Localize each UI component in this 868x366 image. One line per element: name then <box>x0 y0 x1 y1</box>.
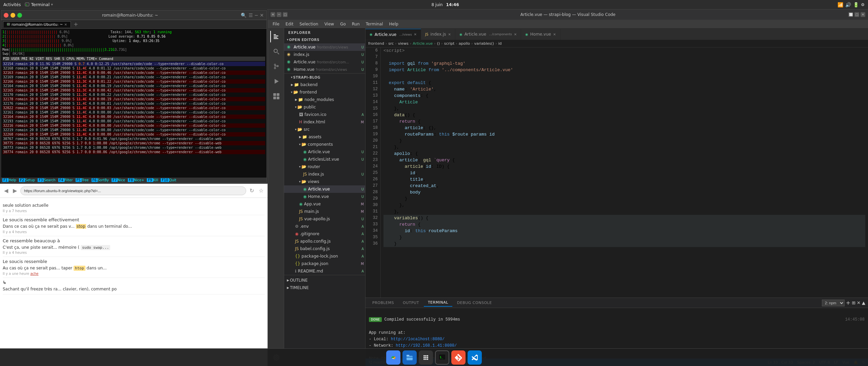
process-row[interactable]: 32176 romain 20 0 154M 154M 29000 S 11.4… <box>2 101 265 106</box>
process-row[interactable]: 32165 romain 20 0 154M 154M 29000 S 11.3… <box>2 88 265 93</box>
tab-close-3[interactable]: ✕ <box>514 33 517 36</box>
open-editor-homevue[interactable]: ◉ Home.vue frontend/src/views U <box>284 66 365 73</box>
f6-key[interactable]: F6SortBy <box>92 178 109 182</box>
bc-id[interactable]: id <box>498 41 502 46</box>
network-url[interactable]: http://192.168.1.41:8080/ <box>396 343 457 348</box>
process-row[interactable]: 32022 romain 20 0 154M 154M 29000 S 11.4… <box>2 106 265 110</box>
f1-key[interactable]: F1Help <box>2 178 16 182</box>
tree-package-lock[interactable]: {} package-lock.json A <box>284 252 365 260</box>
add-tab-btn[interactable]: + <box>74 21 78 27</box>
process-row[interactable]: 32168 romain 20 0 154M 154M 29000 S 11.4… <box>2 66 265 70</box>
tab-terminal[interactable]: TERMINAL <box>424 299 452 307</box>
tree-babel-config[interactable]: JS babel.config.js A <box>284 245 365 252</box>
open-editor-article-comp[interactable]: ◉ Article.vue frontend/src/com... U <box>284 58 365 66</box>
vscode-ctrl-2[interactable]: □ <box>854 12 859 17</box>
tab-output[interactable]: OUTPUT <box>399 299 423 306</box>
tree-readme[interactable]: ℹ README.md A <box>284 267 365 275</box>
process-row-first[interactable]: 32154 romain 20 0 11.9G 154M 29000 S 0.7… <box>2 62 265 66</box>
tab-close-icon[interactable]: ✕ <box>64 23 67 26</box>
tree-index-html[interactable]: H index.html M <box>284 118 365 126</box>
vscode-close-btn[interactable]: ✕ <box>271 12 275 17</box>
close-panel-btn[interactable]: ✕ <box>857 300 861 305</box>
bc-variables[interactable]: variables() <box>474 41 494 46</box>
tree-vue-apollo[interactable]: JS vue-apollo.js U <box>284 215 365 223</box>
tree-favicon[interactable]: 🖼 favicon.ico A <box>284 111 365 118</box>
process-row[interactable]: 30773 romain 20 0 86528 6976 9256 S 1.7 … <box>2 145 265 150</box>
f2-key[interactable]: F2Setup <box>19 178 35 182</box>
activities-btn[interactable]: Activités <box>3 2 21 7</box>
explorer-activity-icon[interactable] <box>270 31 282 42</box>
maximize-panel-btn[interactable]: ▲ <box>862 300 865 305</box>
tree-backend[interactable]: ▶ 📁 backend <box>284 81 365 88</box>
f5-key[interactable]: F5Tree <box>76 178 89 182</box>
process-row[interactable]: 32193 romain 20 0 154M 154M 29000 S 11.4… <box>2 119 265 123</box>
process-row[interactable]: 32268 romain 20 0 154M 154M 29000 S 11.4… <box>2 132 265 137</box>
search-activity-icon[interactable] <box>270 46 282 57</box>
debug-activity-icon[interactable] <box>270 76 282 87</box>
git-activity-icon[interactable] <box>270 61 282 72</box>
strapi-blog-header[interactable]: ▾ STRAPI-BLOG <box>284 74 365 81</box>
tree-apollo-config[interactable]: JS apollo.config.js A <box>284 238 365 245</box>
process-row[interactable]: 32164 romain 20 0 154M 154M 29000 S 11.4… <box>2 84 265 88</box>
tree-components[interactable]: ▾ 📂 components <box>284 141 365 148</box>
tree-gitignore[interactable]: ◉ .gitignore A <box>284 230 365 238</box>
tab-index-js[interactable]: JS index.js ✕ <box>421 29 455 40</box>
terminal-icon[interactable]: $_ <box>435 350 449 365</box>
process-row[interactable]: 32219 romain 20 0 154M 154M 29000 S 11.4… <box>2 128 265 132</box>
tree-router-index[interactable]: JS index.js U <box>284 170 365 178</box>
menu-help[interactable]: Help <box>387 21 401 27</box>
tree-router[interactable]: ▾ 📂 router <box>284 163 365 170</box>
local-url[interactable]: http://localhost:8080/ <box>391 337 445 342</box>
f9-key[interactable]: F9Kill <box>147 178 158 182</box>
win-max-btn[interactable] <box>17 13 22 18</box>
f7-key[interactable]: F7Nice <box>112 178 125 182</box>
tree-frontend[interactable]: ▾ 📂 frontend <box>284 88 365 96</box>
tab-problems[interactable]: PROBLEMS <box>368 299 398 306</box>
process-row[interactable]: 30775 romain 20 0 86528 6976 9256 S 1.7 … <box>2 141 265 145</box>
f4-key[interactable]: F4Filter <box>58 178 73 182</box>
tab-article-vue-views[interactable]: ◉ Article.vue …/views ✕ <box>366 29 421 40</box>
process-row[interactable]: 32164 romain 20 0 154M 154M 29000 S 11.4… <box>2 115 265 119</box>
bc-article-vue[interactable]: Article.vue <box>413 41 433 46</box>
process-row[interactable]: 32170 romain 20 0 154M 154M 29000 S 11.3… <box>2 93 265 97</box>
f3-key[interactable]: F3Search <box>38 178 55 182</box>
add-terminal-btn[interactable]: + <box>846 300 850 306</box>
back-btn[interactable]: ◀ <box>3 186 9 195</box>
bc-src[interactable]: src <box>388 41 394 46</box>
minus-icon[interactable]: ─ <box>255 13 258 18</box>
process-row[interactable]: 32216 romain 20 0 154M 154M 29000 S 11.4… <box>2 123 265 128</box>
tree-articleslist-vue[interactable]: ◉ ArticlesList.vue U <box>284 156 365 163</box>
menu-file[interactable]: File <box>270 21 282 27</box>
tab-close-4[interactable]: ✕ <box>553 33 556 36</box>
forum-link[interactable]: ache <box>30 272 38 276</box>
process-row[interactable]: 30774 romain 20 0 86528 6976 9256 S 1.7 … <box>2 150 265 154</box>
process-row[interactable]: 32166 romain 20 0 154M 154M 29000 S 11.3… <box>2 79 265 84</box>
volume-icon[interactable]: 🔊 <box>845 2 851 7</box>
timeline-section[interactable]: ▶ TIMELINE <box>284 284 365 291</box>
bc-apollo2[interactable]: apollo <box>459 41 470 46</box>
win-close-btn[interactable] <box>4 13 8 18</box>
process-row[interactable]: 32163 romain 20 0 154M 154M 29000 S 11.4… <box>2 70 265 75</box>
open-editors-header[interactable]: ▾ OPEN EDITORS <box>284 36 365 43</box>
process-row[interactable]: 32169 romain 20 0 154M 154M 29000 S 11.4… <box>2 75 265 79</box>
tree-article-vue[interactable]: ◉ Article.vue U <box>284 148 365 156</box>
tree-src[interactable]: ▾ 📂 src <box>284 126 365 133</box>
menu-selection[interactable]: Selection <box>297 21 321 27</box>
wifi-icon[interactable]: 📶 <box>837 2 843 7</box>
star-btn[interactable]: ☆ <box>257 186 265 195</box>
process-row[interactable]: 30767 romain 20 0 86528 6976 9256 S 1.7 … <box>2 137 265 141</box>
menu-view[interactable]: View <box>322 21 337 27</box>
search-icon[interactable]: 🔍 <box>241 13 246 18</box>
tab-home-vue[interactable]: ◉ Home.vue ✕ <box>521 29 560 40</box>
terminal-tab-1[interactable]: $ romain@Romain-Ubuntu: ~ ✕ <box>3 21 71 27</box>
tree-package-json[interactable]: {} package.json M <box>284 260 365 267</box>
open-editor-article-views[interactable]: ◉ Article.vue frontend/src/views U <box>284 43 365 51</box>
open-editor-indexjs[interactable]: ◉ index.js U <box>284 51 365 58</box>
tab-article-vue-comp[interactable]: ◉ Article.vue …/components ✕ <box>455 29 521 40</box>
battery-icon[interactable]: 🔋 <box>853 2 859 7</box>
files-icon[interactable] <box>402 350 417 365</box>
refresh-btn[interactable]: ↻ <box>248 186 255 195</box>
split-terminal-btn[interactable]: ⊞ <box>852 300 855 305</box>
tree-env[interactable]: ⚙ .env A <box>284 223 365 230</box>
forward-btn[interactable]: ▶ <box>12 186 18 195</box>
